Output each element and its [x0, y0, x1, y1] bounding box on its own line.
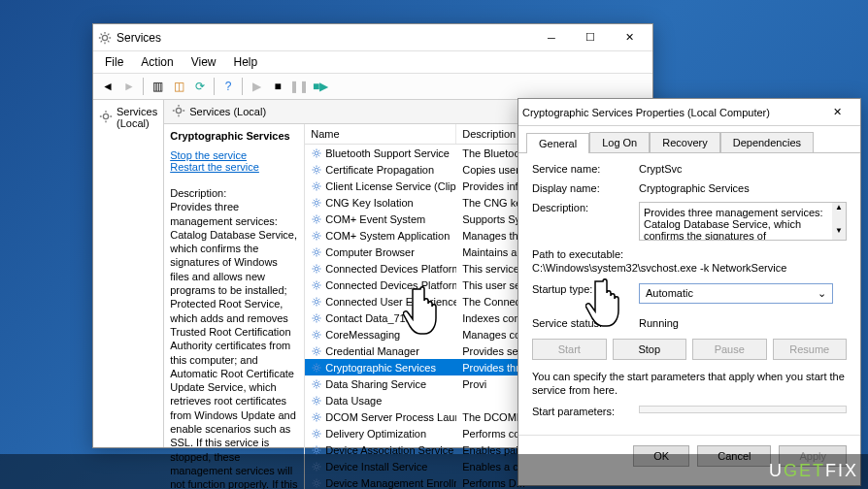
start-parameters-label: Start parameters:: [532, 406, 639, 417]
gear-icon: [172, 104, 185, 119]
restart-service-link[interactable]: Restart the service: [170, 161, 298, 173]
detail-pane: Cryptographic Services Stop the service …: [164, 124, 305, 489]
startup-type-value: Automatic: [646, 287, 693, 300]
service-name-value: CryptSvc: [639, 163, 847, 175]
svg-point-2: [177, 108, 182, 113]
svg-point-11: [315, 283, 318, 287]
tree-item-label: Services (Local): [117, 106, 157, 129]
svg-point-21: [315, 448, 318, 452]
stop-service-icon[interactable]: ■: [268, 77, 287, 96]
path-value: C:\Windows\system32\svchost.exe -k Netwo…: [532, 262, 847, 274]
note-text: You can specify the start parameters tha…: [532, 370, 847, 398]
display-name-label: Display name:: [532, 182, 639, 194]
tab-logon[interactable]: Log On: [589, 132, 650, 152]
show-hide-icon[interactable]: ▥: [148, 77, 167, 96]
svg-point-8: [315, 234, 318, 238]
description-text: Provides three management services: Cata…: [170, 200, 298, 489]
footer-bar: [0, 454, 868, 489]
stop-service-link[interactable]: Stop the service: [170, 149, 298, 161]
description-label: Description:: [532, 202, 639, 213]
svg-point-13: [315, 316, 318, 320]
col-name[interactable]: Name: [305, 124, 456, 144]
window-title: Services: [117, 31, 532, 45]
display-name-value: Cryptographic Services: [639, 182, 847, 194]
gear-icon: [97, 30, 113, 46]
svg-point-1: [103, 114, 108, 118]
menubar: File Action View Help: [93, 51, 652, 74]
help-icon[interactable]: ?: [218, 77, 238, 96]
scroll-up-icon[interactable]: ▲: [832, 203, 846, 216]
menu-action[interactable]: Action: [137, 53, 177, 71]
description-label: Description:: [170, 186, 298, 200]
tab-recovery[interactable]: Recovery: [650, 132, 719, 152]
description-value: Provides three management services: Cata…: [644, 207, 823, 241]
startup-type-label: Startup type:: [532, 283, 639, 295]
refresh-icon[interactable]: ⟳: [190, 77, 210, 96]
svg-point-18: [315, 399, 318, 403]
start-parameters-input: [639, 406, 847, 413]
scroll-down-icon[interactable]: ▼: [832, 226, 846, 240]
gear-icon: [99, 110, 113, 125]
svg-point-16: [315, 366, 318, 370]
tree-item-services-local[interactable]: Services (Local): [97, 104, 159, 131]
svg-point-3: [315, 151, 318, 155]
svg-point-14: [315, 333, 318, 337]
menu-view[interactable]: View: [187, 53, 220, 71]
svg-point-6: [315, 201, 318, 205]
path-label: Path to executable:: [532, 248, 847, 260]
svg-point-10: [315, 267, 318, 271]
svg-point-9: [315, 250, 318, 254]
svg-point-12: [315, 300, 318, 304]
restart-service-icon[interactable]: ■▶: [311, 77, 330, 96]
description-scrollbar[interactable]: ▲ ▼: [832, 203, 846, 240]
right-header-label: Services (Local): [189, 106, 266, 117]
description-box[interactable]: Provides three management services: Cata…: [639, 202, 847, 241]
watermark: UGETFIX: [769, 461, 858, 481]
close-button[interactable]: ✕: [818, 100, 856, 125]
svg-point-5: [315, 184, 318, 188]
start-button: Start: [532, 339, 607, 360]
service-name-label: Service name:: [532, 163, 639, 175]
service-status-label: Service status:: [532, 317, 639, 329]
menu-help[interactable]: Help: [230, 53, 262, 71]
tab-general[interactable]: General: [526, 133, 589, 153]
chevron-down-icon: ⌄: [818, 287, 826, 300]
tabs: General Log On Recovery Dependencies: [518, 126, 860, 153]
svg-point-17: [315, 382, 318, 386]
back-button[interactable]: ◄: [98, 77, 117, 96]
service-status-value: Running: [639, 317, 847, 329]
pause-button: Pause: [692, 339, 767, 360]
start-service-icon[interactable]: ▶: [247, 77, 266, 96]
startup-type-select[interactable]: Automatic ⌄: [639, 283, 833, 304]
titlebar: Services ─ ☐ ✕: [93, 24, 652, 51]
detail-service-name: Cryptographic Services: [170, 130, 298, 142]
maximize-button[interactable]: ☐: [571, 25, 610, 50]
properties-dialog: Cryptographic Services Properties (Local…: [517, 98, 861, 486]
tab-dependencies[interactable]: Dependencies: [720, 132, 814, 152]
forward-button[interactable]: ►: [119, 77, 139, 96]
svg-point-4: [315, 168, 318, 172]
svg-point-0: [102, 35, 107, 40]
toolbar: ◄ ► ▥ ◫ ⟳ ? ▶ ■ ❚❚ ■▶: [93, 74, 652, 100]
dialog-title: Cryptographic Services Properties (Local…: [522, 107, 818, 118]
minimize-button[interactable]: ─: [532, 25, 571, 50]
svg-point-7: [315, 217, 318, 221]
svg-point-19: [315, 415, 318, 419]
left-pane: Services (Local): [93, 100, 164, 447]
menu-file[interactable]: File: [101, 53, 127, 71]
pause-service-icon[interactable]: ❚❚: [289, 77, 309, 96]
properties-icon[interactable]: ◫: [169, 77, 188, 96]
svg-point-15: [315, 349, 318, 353]
close-button[interactable]: ✕: [610, 25, 649, 50]
stop-button[interactable]: Stop: [613, 339, 687, 360]
resume-button: Resume: [773, 339, 848, 360]
svg-point-20: [315, 432, 318, 436]
